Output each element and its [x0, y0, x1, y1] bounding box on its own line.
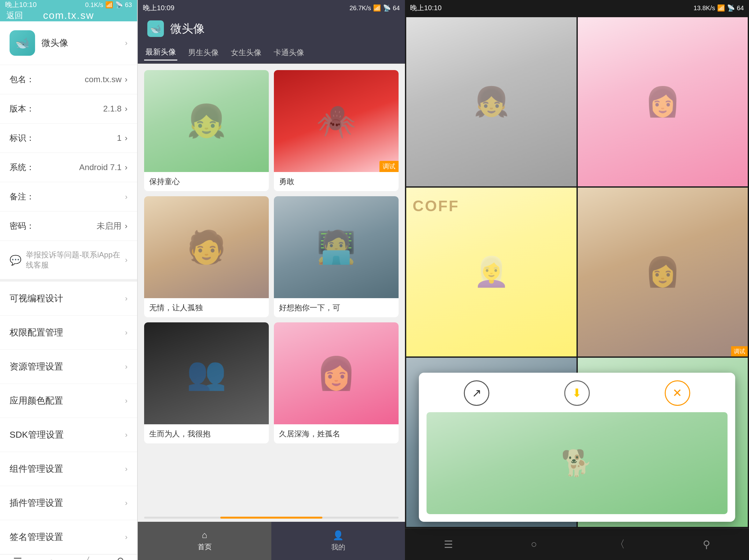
- avatar-card-2-image: 🧑: [144, 196, 269, 298]
- panel1-titlebar: 返回 com.tx.sw: [0, 9, 137, 21]
- avatar-card-4-label: 生而为人，我很抱: [144, 424, 269, 443]
- panel1-back-button[interactable]: 返回: [6, 10, 23, 21]
- menu-label-plugins: 插件管理设置: [9, 497, 63, 509]
- avatar-card-5-label: 久居深海，姓孤名: [274, 424, 399, 443]
- field-package-chevron-icon: ›: [125, 74, 128, 84]
- panel3-nav-home-icon[interactable]: ○: [531, 538, 537, 550]
- menu-label-sdk: SDK管理设置: [9, 429, 64, 441]
- panel3-image-gallery: 晚上10:10 13.8K/s 📶 📡 64 👧 👩: [405, 0, 749, 560]
- avatar-card-2[interactable]: 🧑 无情，让人孤独: [144, 196, 269, 317]
- panel2-nav-profile[interactable]: 👤 我的: [271, 522, 405, 560]
- panel2-content-grid: 👧 保持童心 🕷️ 调试 勇敢 🧑 无情，让人孤独 🧑‍💻 好想抱你一下，可: [138, 64, 405, 517]
- panel2-nav-home[interactable]: ⌂ 首页: [138, 522, 271, 560]
- tab-cartoon-avatar[interactable]: 卡通头像: [272, 45, 305, 60]
- menu-item-resources[interactable]: 资源管理设置 ›: [0, 350, 137, 384]
- field-password[interactable]: 密码： 未启用 ›: [0, 211, 137, 241]
- menu-item-permissions[interactable]: 权限配置管理 ›: [0, 316, 137, 350]
- popup-share-button[interactable]: ↗: [464, 380, 489, 406]
- panel3-status-right: 13.8K/s 📶 📡 64: [693, 4, 744, 12]
- menu-label-signature: 签名管理设置: [9, 531, 63, 543]
- panel3-signal-text: 13.8K/s: [693, 4, 715, 12]
- avatar-card-4[interactable]: 👥 生而为人，我很抱: [144, 322, 269, 443]
- panel1-app-icon-row[interactable]: 🐋 微头像 ›: [0, 21, 137, 65]
- menu-item-visual-programming[interactable]: 可视编程设计 ›: [0, 282, 137, 316]
- field-identifier[interactable]: 标识： 1 ›: [0, 124, 137, 153]
- avatar-card-0[interactable]: 👧 保持童心: [144, 70, 269, 191]
- panel3-statusbar: 晚上10:10 13.8K/s 📶 📡 64: [405, 0, 749, 16]
- panel2-nav-profile-icon: 👤: [333, 530, 344, 541]
- field-package-label: 包名：: [9, 74, 35, 85]
- menu-item-plugins[interactable]: 插件管理设置 ›: [0, 486, 137, 520]
- avatar-card-3[interactable]: 🧑‍💻 好想抱你一下，可: [274, 196, 399, 317]
- panel3-nav-person-icon[interactable]: ⚲: [703, 538, 710, 551]
- avatar-card-1-debug-badge: 调试: [380, 161, 399, 172]
- menu-item-components[interactable]: 组件管理设置 ›: [0, 452, 137, 486]
- panel1-battery-text: 63: [125, 1, 132, 8]
- avatar-card-2-label: 无情，让人孤独: [144, 298, 269, 317]
- avatar-card-5[interactable]: 👩 久居深海，姓孤名: [274, 322, 399, 443]
- panel1-signal-bars: 📶: [105, 1, 113, 8]
- panel1-app-settings: 晚上10:10 0.1K/s 📶 📡 63 返回 com.tx.sw 🐋 微头像…: [0, 0, 137, 560]
- panel1-status-time: 晚上10:10: [5, 0, 37, 9]
- field-system-value: Android 7.1 ›: [79, 162, 128, 172]
- field-package[interactable]: 包名： com.tx.sw ›: [0, 65, 137, 94]
- popup-download-button[interactable]: ⬇: [564, 380, 590, 406]
- field-password-chevron-icon: ›: [125, 221, 128, 231]
- panel1-nav-home-icon[interactable]: ○: [48, 556, 54, 560]
- panel2-statusbar: 晚上10:09 26.7K/s 📶 📡 64: [138, 0, 405, 16]
- panel2-status-time: 晚上10:09: [143, 3, 174, 13]
- field-system[interactable]: 系统： Android 7.1 ›: [0, 153, 137, 182]
- panel2-signal-text: 26.7K/s: [349, 4, 371, 12]
- menu-item-sdk[interactable]: SDK管理设置 ›: [0, 418, 137, 452]
- panel2-titlebar: 🐋 微头像: [138, 16, 405, 41]
- gallery-cell-1[interactable]: 👩: [578, 17, 748, 186]
- tab-male-avatar[interactable]: 男生头像: [187, 45, 220, 60]
- menu-chevron-icon-0: ›: [125, 294, 128, 303]
- coff-text-overlay: COFF: [413, 197, 459, 215]
- field-identifier-chevron-icon: ›: [125, 133, 128, 143]
- report-row[interactable]: 💬 举报投诉等问题-联系iApp在线客服 ›: [0, 241, 137, 282]
- tab-female-avatar[interactable]: 女生头像: [230, 45, 263, 60]
- gallery-cell-2-image: 👩‍🦳 COFF: [406, 187, 577, 357]
- popup-close-button[interactable]: ✕: [664, 380, 690, 406]
- panel2-nav-home-label: 首页: [198, 542, 212, 552]
- avatar-card-1[interactable]: 🕷️ 调试 勇敢: [274, 70, 399, 191]
- avatar-card-5-image: 👩: [274, 322, 399, 424]
- field-version[interactable]: 版本： 2.1.8 ›: [0, 94, 137, 124]
- report-icon: 💬: [9, 254, 21, 266]
- panel3-battery-text: 64: [737, 4, 744, 12]
- panel3-nav-back-icon[interactable]: 〈: [615, 537, 625, 552]
- gallery-cell-3[interactable]: 👩 调试: [578, 187, 748, 357]
- tab-latest-avatar[interactable]: 最新头像: [144, 44, 177, 61]
- panel3-inner: 👧 👩 👩‍🦳 COFF 👩 调试: [405, 16, 749, 560]
- menu-label-resources: 资源管理设置: [9, 361, 63, 373]
- panel2-app-icon: 🐋: [147, 20, 164, 37]
- field-identifier-value: 1 ›: [117, 133, 128, 143]
- menu-item-colors[interactable]: 应用颜色配置 ›: [0, 384, 137, 418]
- panel1-statusbar: 晚上10:10 0.1K/s 📶 📡 63: [0, 0, 137, 9]
- panel3-status-time: 晚上10:10: [410, 3, 442, 13]
- menu-label-components: 组件管理设置: [9, 463, 63, 475]
- field-password-label: 密码：: [9, 220, 35, 231]
- menu-chevron-icon-5: ›: [125, 465, 128, 473]
- menu-item-signature[interactable]: 签名管理设置 ›: [0, 520, 137, 554]
- avatar-card-0-label: 保持童心: [144, 172, 269, 191]
- gallery-cell-2[interactable]: 👩‍🦳 COFF: [406, 187, 577, 357]
- gallery-cell-3-image: 👩 调试: [578, 187, 748, 357]
- avatar-card-3-image: 🧑‍💻: [274, 196, 399, 298]
- menu-chevron-icon-7: ›: [125, 533, 128, 541]
- panel1-nav-back-icon[interactable]: 〈: [80, 555, 90, 560]
- app-row-chevron-icon: ›: [125, 39, 128, 47]
- panel1-nav-person-icon[interactable]: ⚲: [117, 556, 124, 560]
- panel2-nav-home-icon: ⌂: [202, 530, 207, 540]
- field-note-label: 备注：: [9, 191, 35, 202]
- panel1-nav-menu-icon[interactable]: ☰: [13, 556, 22, 560]
- gallery-cell-0[interactable]: 👧: [406, 17, 577, 186]
- panel2-scroll-thumb: [220, 517, 322, 519]
- field-system-label: 系统：: [9, 162, 35, 173]
- panel3-nav-menu-icon[interactable]: ☰: [444, 538, 453, 551]
- panel3-bottom-nav: ☰ ○ 〈 ⚲: [405, 528, 749, 560]
- panel1-wifi-icon: 📡: [115, 1, 123, 8]
- field-note[interactable]: 备注： ›: [0, 182, 137, 211]
- field-package-value: com.tx.sw ›: [85, 74, 128, 84]
